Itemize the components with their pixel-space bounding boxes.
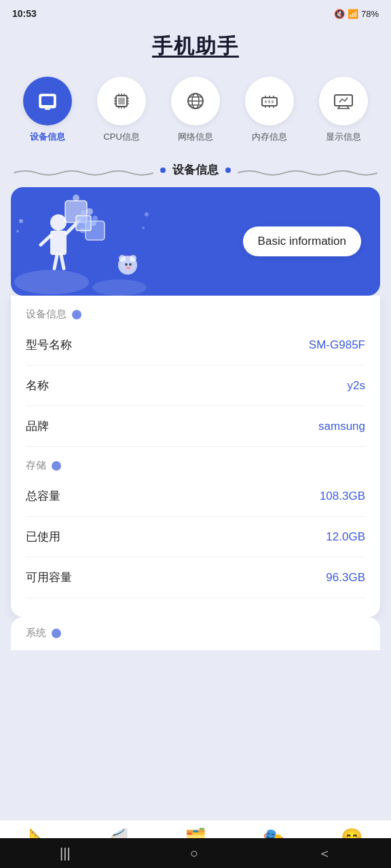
svg-point-51 [81,210,86,216]
avail-storage-label: 可用容量 [26,570,72,585]
brand-row: 品牌 samsung [26,406,365,447]
model-label: 型号名称 [26,337,72,353]
svg-point-59 [126,267,131,269]
total-storage-value: 108.3GB [320,490,365,503]
wavy-right [238,167,377,173]
back-btn[interactable]: ＜ [318,844,331,863]
svg-rect-1 [41,96,54,105]
name-row: 名称 y2s [26,366,365,406]
memory-icon [257,89,282,113]
avail-storage-value: 96.3GB [326,571,365,585]
nav-label-cpu: CPU信息 [103,131,139,143]
device-section-dot [72,310,81,319]
brand-label: 品牌 [26,418,49,434]
nav-item-memory[interactable]: 内存信息 [245,77,294,143]
nav-item-device[interactable]: 设备信息 [23,77,72,143]
wifi-icon: 📶 [348,9,358,19]
svg-line-48 [54,255,57,269]
storage-label: 存储 [26,459,365,472]
svg-rect-25 [272,100,274,103]
name-label: 名称 [26,378,49,393]
status-bar: 10:53 🔇 📶 78% [0,0,391,24]
nav-row: 设备信息 CPU信息 [0,64,391,143]
section-dot-right [225,167,231,173]
display-icon-circle [319,77,368,125]
svg-point-63 [142,226,145,229]
svg-rect-45 [50,231,67,255]
svg-rect-24 [268,100,270,103]
svg-point-62 [145,212,149,216]
partial-section-dot [52,629,61,638]
storage-section-dot [52,461,61,471]
nav-item-network[interactable]: 网络信息 [171,77,220,143]
svg-point-44 [50,214,67,231]
svg-point-58 [129,263,132,266]
total-storage-row: 总容量 108.3GB [26,476,365,517]
device-icon-circle [23,77,72,125]
svg-point-37 [92,279,147,296]
system-nav: ||| ○ ＜ [0,838,391,868]
storage-section-text: 存储 [26,459,46,472]
nav-item-cpu[interactable]: CPU信息 [97,77,146,143]
recents-btn[interactable]: ||| [60,846,71,861]
svg-rect-50 [76,216,91,231]
content-scroll: 设备信息 [0,143,391,868]
name-value: y2s [348,379,365,393]
svg-point-40 [86,208,93,215]
svg-rect-23 [265,100,267,103]
device-icon [35,89,60,113]
network-icon [183,89,208,113]
nav-label-display: 显示信息 [326,131,361,143]
used-storage-value: 12.0GB [326,530,365,544]
device-section-text: 设备信息 [26,308,67,321]
avail-storage-row: 可用容量 96.3GB [26,557,365,598]
svg-point-56 [130,255,136,262]
network-icon-circle [171,77,220,125]
partial-section-card: 系统 [11,617,380,650]
battery-icon: 78% [361,9,379,19]
cpu-icon-circle [97,77,146,125]
svg-point-55 [119,255,126,262]
info-card: 设备信息 型号名称 SM-G985F 名称 y2s 品牌 samsung 存储 … [11,296,380,617]
svg-point-42 [92,216,98,221]
status-icons: 🔇 📶 78% [334,9,379,19]
nav-label-network: 网络信息 [178,131,213,143]
nav-item-display[interactable]: 显示信息 [319,77,368,143]
svg-point-36 [14,270,89,294]
section-header: 设备信息 [0,162,391,178]
partial-section-text: 系统 [26,627,46,639]
svg-rect-2 [45,108,50,110]
nav-label-device: 设备信息 [30,131,65,143]
svg-rect-4 [118,98,125,104]
used-storage-label: 已使用 [26,529,60,545]
banner-card: Basic information [11,187,380,296]
section-dot-left [160,167,166,173]
svg-point-52 [91,220,96,226]
svg-line-49 [61,255,64,269]
partial-label: 系统 [26,627,365,639]
wavy-left [14,167,153,173]
used-storage-row: 已使用 12.0GB [26,517,365,557]
banner-illustration [11,187,174,296]
brand-value: samsung [318,420,365,433]
status-time: 10:53 [12,8,37,19]
nav-label-memory: 内存信息 [252,131,287,143]
model-value: SM-G985F [309,338,365,352]
section-title: 设备信息 [172,162,219,178]
app-title: 手机助手 [0,24,391,64]
svg-line-47 [41,236,50,245]
device-info-label: 设备信息 [26,308,365,321]
home-btn[interactable]: ○ [190,846,198,861]
svg-point-39 [73,195,79,201]
cpu-icon [109,89,134,113]
svg-point-61 [16,230,19,233]
basic-info-button[interactable]: Basic information [243,226,361,256]
display-icon [331,89,356,113]
model-row: 型号名称 SM-G985F [26,325,365,366]
svg-point-60 [19,219,23,223]
total-storage-label: 总容量 [26,488,60,504]
memory-icon-circle [245,77,294,125]
svg-point-57 [125,263,128,266]
mute-icon: 🔇 [334,9,345,19]
